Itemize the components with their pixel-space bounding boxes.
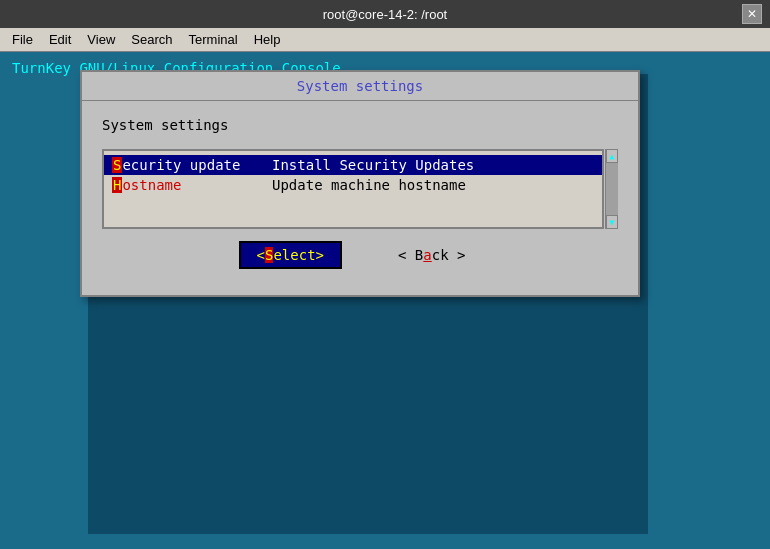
security-rest: ecurity update	[122, 157, 240, 173]
dialog-scrollbar[interactable]: ▲ ▼	[605, 149, 618, 229]
title-bar: root@core-14-2: /root ✕	[0, 0, 770, 28]
dialog-buttons: <Select> < Back >	[102, 229, 618, 279]
menu-terminal[interactable]: Terminal	[181, 30, 246, 49]
menu-list: Security update Install Security Updates…	[102, 149, 604, 229]
menu-file[interactable]: File	[4, 30, 41, 49]
menu-search[interactable]: Search	[123, 30, 180, 49]
dialog-title: System settings	[82, 72, 638, 101]
security-s-highlight: S	[112, 157, 122, 173]
menu-list-wrapper: Security update Install Security Updates…	[102, 149, 618, 229]
security-update-desc: Install Security Updates	[272, 157, 594, 173]
scroll-up-button[interactable]: ▲	[606, 149, 618, 163]
security-update-label: Security update	[112, 157, 272, 173]
select-button[interactable]: <Select>	[239, 241, 342, 269]
back-a-highlight: a	[423, 247, 431, 263]
hostname-desc: Update machine hostname	[272, 177, 594, 193]
menu-bar: File Edit View Search Terminal Help	[0, 28, 770, 52]
system-settings-dialog: System settings System settings Security…	[80, 70, 640, 297]
menu-edit[interactable]: Edit	[41, 30, 79, 49]
scroll-down-button[interactable]: ▼	[606, 215, 618, 229]
hostname-label: Hostname	[112, 177, 272, 193]
terminal-area: TurnKey GNU/Linux Configuration Console …	[0, 52, 770, 549]
hostname-rest: ostname	[122, 177, 181, 193]
menu-item-security-update[interactable]: Security update Install Security Updates	[104, 155, 602, 175]
select-s-highlight: S	[265, 247, 273, 263]
menu-help[interactable]: Help	[246, 30, 289, 49]
back-button[interactable]: < Back >	[382, 241, 481, 269]
scroll-track	[606, 163, 618, 215]
menu-view[interactable]: View	[79, 30, 123, 49]
dialog-subtitle: System settings	[102, 117, 618, 133]
window-title: root@core-14-2: /root	[28, 7, 742, 22]
menu-item-hostname[interactable]: Hostname Update machine hostname	[104, 175, 602, 195]
close-button[interactable]: ✕	[742, 4, 762, 24]
dialog-body: System settings Security update Install …	[82, 101, 638, 295]
hostname-h-highlight: H	[112, 177, 122, 193]
